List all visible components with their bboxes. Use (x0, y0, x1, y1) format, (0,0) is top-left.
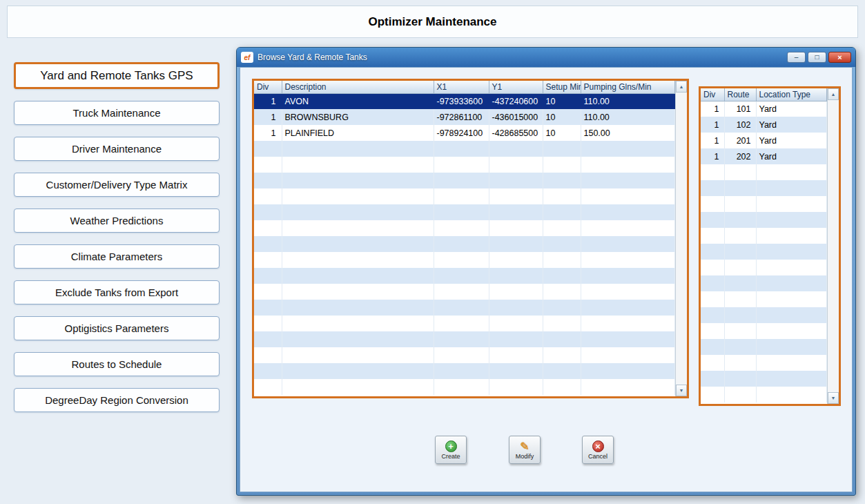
empty-row[interactable] (254, 316, 675, 331)
column-header[interactable]: Y1 (489, 81, 543, 93)
empty-row[interactable] (701, 387, 827, 403)
empty-row[interactable] (254, 220, 675, 236)
sidebar-item-degreeday-region-conversion[interactable]: DegreeDay Region Conversion (14, 388, 220, 412)
table-row[interactable]: 1202Yard (701, 148, 827, 164)
cell (489, 157, 543, 173)
table-row[interactable]: 1PLAINFIELD-978924100-42868550010150.00 (254, 125, 675, 141)
empty-row[interactable] (701, 196, 827, 212)
cell (254, 284, 282, 300)
empty-row[interactable] (701, 244, 827, 260)
empty-row[interactable] (701, 371, 827, 387)
cell (489, 252, 543, 268)
scrollbar-down-button[interactable]: ▼ (828, 392, 839, 404)
cell (434, 173, 489, 188)
column-header[interactable]: Setup Mins (543, 81, 581, 93)
sidebar-item-weather-predictions[interactable]: Weather Predictions (14, 209, 220, 233)
empty-row[interactable] (701, 180, 827, 196)
column-header[interactable]: Pumping Glns/Min (581, 81, 675, 93)
empty-row[interactable] (254, 379, 675, 395)
maximize-button[interactable]: □ (808, 52, 826, 63)
table-row[interactable]: 1102Yard (701, 117, 827, 133)
cell (434, 316, 489, 331)
empty-row[interactable] (254, 173, 675, 188)
empty-row[interactable] (701, 355, 827, 371)
empty-row[interactable] (701, 275, 827, 291)
cell (543, 188, 581, 204)
table-row[interactable]: 1101Yard (701, 101, 827, 117)
empty-row[interactable] (254, 252, 675, 268)
cell (282, 141, 434, 157)
sidebar-item-exclude-tanks-from-export[interactable]: Exclude Tanks from Export (14, 280, 220, 304)
cell: Yard (756, 117, 827, 133)
cell (581, 173, 675, 188)
column-header[interactable]: Div (254, 81, 282, 93)
scrollbar-up-button[interactable]: ▲ (828, 88, 839, 100)
cell (581, 316, 675, 331)
cell (701, 307, 724, 323)
empty-row[interactable] (254, 157, 675, 173)
cell (756, 291, 827, 307)
sidebar-item-yard-and-remote-tanks-gps[interactable]: Yard and Remote Tanks GPS (14, 62, 220, 89)
create-button[interactable]: + Create (435, 436, 467, 464)
empty-row[interactable] (701, 260, 827, 275)
empty-row[interactable] (254, 363, 675, 379)
cell (489, 300, 543, 316)
empty-row[interactable] (701, 307, 827, 323)
cell (756, 164, 827, 180)
cell (724, 323, 756, 339)
cell (254, 141, 282, 157)
sidebar-item-climate-parameters[interactable]: Climate Parameters (14, 244, 220, 269)
sidebar-item-routes-to-schedule[interactable]: Routes to Schedule (14, 352, 220, 376)
routes-table-scrollbar[interactable]: ▲ ▼ (827, 88, 839, 404)
sidebar-item-customer-delivery-type-matrix[interactable]: Customer/Delivery Type Matrix (14, 173, 220, 197)
tanks-table-header-row: DivDescriptionX1Y1Setup MinsPumping Glns… (254, 81, 675, 93)
empty-row[interactable] (701, 164, 827, 180)
cell: 1 (254, 93, 282, 109)
table-row[interactable]: 1BROWNSBURG-972861100-43601500010110.00 (254, 109, 675, 125)
scrollbar-up-button[interactable]: ▲ (676, 81, 687, 93)
scrollbar-down-button[interactable]: ▼ (676, 385, 687, 396)
sidebar-item-optigistics-parameters[interactable]: Optigistics Parameters (14, 316, 220, 340)
empty-row[interactable] (254, 268, 675, 284)
empty-row[interactable] (254, 284, 675, 300)
column-header[interactable]: Route (724, 88, 756, 101)
column-header[interactable]: X1 (434, 81, 489, 93)
table-row[interactable]: 1201Yard (701, 133, 827, 148)
column-header[interactable]: Div (701, 88, 724, 101)
cell (701, 196, 724, 212)
sidebar-item-driver-maintenance[interactable]: Driver Maintenance (14, 137, 220, 161)
cell (724, 387, 756, 403)
column-header[interactable]: Location Type (756, 88, 827, 101)
column-header[interactable]: Description (282, 81, 434, 93)
tanks-table-scrollbar[interactable]: ▲ ▼ (675, 81, 687, 396)
cell: 1 (254, 125, 282, 141)
cell: -978924100 (434, 125, 489, 141)
empty-row[interactable] (701, 212, 827, 228)
empty-row[interactable] (254, 141, 675, 157)
modify-button[interactable]: ✎ Modify (509, 436, 541, 464)
cell: 110.00 (581, 93, 675, 109)
minimize-button[interactable]: – (787, 52, 806, 63)
cell (434, 188, 489, 204)
empty-row[interactable] (254, 204, 675, 220)
empty-row[interactable] (254, 236, 675, 252)
cell (282, 157, 434, 173)
empty-row[interactable] (254, 300, 675, 316)
cell: 10 (543, 93, 581, 109)
empty-row[interactable] (701, 228, 827, 244)
cell (489, 268, 543, 284)
empty-row[interactable] (701, 291, 827, 307)
cell (489, 379, 543, 395)
close-button[interactable]: × (828, 52, 851, 63)
window-titlebar[interactable]: ef Browse Yard & Remote Tanks – □ × (237, 48, 855, 67)
cell (701, 212, 724, 228)
cancel-button[interactable]: × Cancel (582, 436, 614, 464)
empty-row[interactable] (701, 323, 827, 339)
empty-row[interactable] (701, 339, 827, 355)
empty-row[interactable] (254, 188, 675, 204)
cell: 102 (724, 117, 756, 133)
table-row[interactable]: 1AVON-973933600-43724060010110.00 (254, 93, 675, 109)
sidebar-item-truck-maintenance[interactable]: Truck Maintenance (14, 101, 220, 125)
empty-row[interactable] (254, 347, 675, 363)
empty-row[interactable] (254, 331, 675, 347)
